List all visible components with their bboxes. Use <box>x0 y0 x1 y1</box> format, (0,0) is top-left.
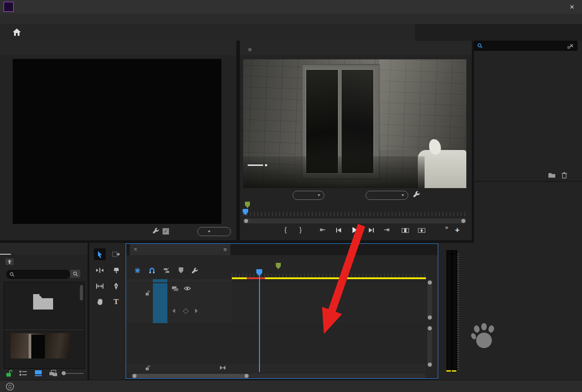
track-lock-icon[interactable] <box>145 365 150 371</box>
selection-tool[interactable] <box>94 248 106 260</box>
track-select-forward-tool[interactable] <box>110 248 122 260</box>
h-scroll-handle[interactable] <box>132 374 249 378</box>
ripple-edit-tool[interactable] <box>94 264 106 276</box>
navigate-up-icon[interactable] <box>5 258 14 265</box>
bit-depth-dropdown[interactable] <box>197 227 231 236</box>
zoom-handle-right[interactable] <box>461 219 465 223</box>
timeline-tabstrip: ✕ ≡ <box>126 244 438 255</box>
pin-signal-checkbox[interactable]: ✓ <box>162 228 169 235</box>
transport-overflow-button[interactable]: » <box>445 224 448 231</box>
bowtie-keyframe-icon[interactable] <box>220 365 226 370</box>
maximize-button[interactable] <box>542 0 562 14</box>
list-view-icon[interactable] <box>19 370 27 377</box>
effects-search-input[interactable] <box>485 42 564 49</box>
lift-button[interactable] <box>401 227 409 233</box>
hand-tool[interactable] <box>94 296 106 308</box>
mark-in-button[interactable]: { <box>284 226 287 233</box>
track-label-v2[interactable] <box>153 279 167 282</box>
search-icon <box>10 272 15 277</box>
scroll-handle[interactable] <box>428 281 432 285</box>
meter-tick-column <box>457 254 459 370</box>
trash-icon[interactable] <box>561 172 567 179</box>
new-bin-icon[interactable] <box>548 172 556 178</box>
bin-label[interactable] <box>10 319 14 326</box>
audio-tracks-scrollbar[interactable] <box>427 325 432 368</box>
menu-bar <box>0 14 582 24</box>
program-zoom-scrollbar[interactable] <box>243 218 466 223</box>
scroll-handle[interactable] <box>428 315 432 319</box>
razor-tool[interactable] <box>110 264 122 276</box>
type-tool[interactable]: T <box>110 296 122 308</box>
track-lane-v2 <box>232 279 426 282</box>
program-tab[interactable]: ≡ <box>240 44 257 55</box>
add-button[interactable]: + <box>455 226 460 235</box>
meter-peak-left <box>446 370 451 372</box>
project-content-area <box>4 282 85 369</box>
timeline-tab[interactable]: ✕ ≡ <box>130 244 230 255</box>
icon-view-icon[interactable] <box>34 370 42 377</box>
scroll-handle[interactable] <box>428 326 432 330</box>
next-keyframe-icon[interactable] <box>195 309 198 313</box>
project-writable-icon[interactable] <box>5 370 12 377</box>
thumbnail-zoom-slider[interactable] <box>63 373 83 374</box>
add-marker-icon[interactable] <box>179 267 183 273</box>
track-output-eye-icon[interactable] <box>184 286 191 291</box>
clip-thumbnail[interactable] <box>10 333 70 358</box>
pen-tool[interactable] <box>110 280 122 292</box>
track-lane-v1 <box>232 283 426 323</box>
timeline-settings-wrench-icon[interactable] <box>191 267 198 274</box>
scope-settings-wrench-icon[interactable] <box>152 227 159 234</box>
timeline-playhead-line[interactable] <box>259 275 260 372</box>
app-logo-icon <box>4 2 14 12</box>
close-tab-icon[interactable]: ✕ <box>133 247 137 252</box>
program-marker-green[interactable] <box>245 202 250 208</box>
zoom-handle-left[interactable] <box>244 219 248 223</box>
scroll-handle[interactable] <box>428 363 432 367</box>
track-lock-icon[interactable] <box>145 290 150 296</box>
program-ruler[interactable] <box>243 212 466 216</box>
snap-magnet-icon[interactable] <box>149 267 155 274</box>
add-keyframe-icon[interactable] <box>183 308 189 314</box>
linked-selection-icon[interactable] <box>163 267 171 274</box>
track-label-v1[interactable] <box>153 283 167 323</box>
zoom-level-dropdown[interactable] <box>293 191 324 200</box>
freeform-view-icon[interactable] <box>49 370 58 377</box>
play-button[interactable] <box>352 227 358 233</box>
home-icon[interactable] <box>12 27 22 37</box>
sequence-marker-green[interactable] <box>276 263 281 269</box>
panel-menu-icon[interactable]: ≡ <box>248 47 252 53</box>
program-settings-wrench-icon[interactable] <box>413 191 420 198</box>
close-button[interactable]: ✕ <box>562 0 582 14</box>
scroll-handle[interactable] <box>245 374 249 378</box>
project-tabstrip <box>0 243 88 255</box>
project-overflow-button[interactable] <box>81 250 88 255</box>
find-bin-icon[interactable] <box>70 270 80 278</box>
premiere-window: ✕ ✓ ≡ <box>0 0 582 392</box>
timeline-h-scrollbar[interactable] <box>130 373 426 378</box>
mark-out-button[interactable]: } <box>299 226 302 233</box>
panel-menu-icon[interactable]: ≡ <box>223 247 227 252</box>
project-scrollbar[interactable] <box>80 285 83 300</box>
minimize-button[interactable] <box>522 0 542 14</box>
video-tracks-scrollbar[interactable] <box>427 280 432 320</box>
effects-search-box[interactable]: ✕ <box>474 41 577 51</box>
step-forward-button[interactable] <box>368 227 374 233</box>
slider-handle[interactable] <box>62 371 66 375</box>
extract-button[interactable] <box>418 227 425 233</box>
playback-resolution-dropdown[interactable] <box>366 191 408 200</box>
bin-folder-icon[interactable] <box>32 293 54 310</box>
go-to-out-button[interactable]: ⇥ <box>384 226 390 234</box>
creative-cloud-sync-icon[interactable] <box>5 382 15 391</box>
project-search-box[interactable] <box>6 270 70 279</box>
prev-keyframe-icon[interactable] <box>172 309 175 313</box>
scroll-handle[interactable] <box>132 374 137 378</box>
nest-sequence-icon[interactable] <box>134 267 141 274</box>
project-tab[interactable] <box>0 248 11 255</box>
slip-tool[interactable] <box>94 280 106 292</box>
source-patch-icon[interactable] <box>171 286 179 291</box>
project-search-input[interactable] <box>15 271 62 278</box>
panel-menu-icon[interactable]: ≡ <box>567 44 571 50</box>
step-back-button[interactable] <box>336 227 342 233</box>
left-panel-overflow-button[interactable] <box>229 49 236 55</box>
go-to-in-button[interactable]: ⇤ <box>320 226 326 234</box>
